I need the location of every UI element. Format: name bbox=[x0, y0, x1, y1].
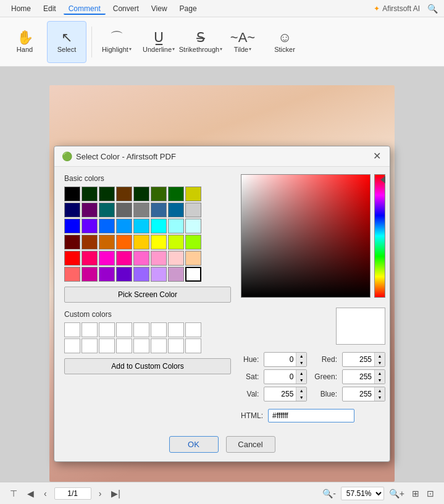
hue-input[interactable]: ▲ ▼ bbox=[264, 352, 307, 367]
cancel-button[interactable]: Cancel bbox=[226, 436, 275, 453]
basic-color-cell[interactable] bbox=[82, 267, 98, 282]
fit-width-button[interactable]: ⊞ bbox=[409, 487, 422, 500]
basic-color-cell[interactable] bbox=[151, 235, 167, 250]
basic-color-cell[interactable] bbox=[185, 203, 201, 217]
custom-color-cell[interactable] bbox=[116, 322, 132, 337]
blue-up-button[interactable]: ▲ bbox=[375, 387, 385, 394]
underline-tool-button[interactable]: U̲ Underline ▾ bbox=[139, 21, 178, 63]
hue-down-button[interactable]: ▼ bbox=[296, 359, 306, 366]
last-page-button[interactable]: ▶| bbox=[109, 487, 123, 500]
basic-color-cell[interactable] bbox=[116, 187, 132, 201]
zoom-in-button[interactable]: 🔍+ bbox=[387, 487, 407, 500]
menu-convert[interactable]: Convert bbox=[108, 2, 144, 15]
fit-page-button[interactable]: ⊡ bbox=[424, 487, 437, 500]
basic-color-cell[interactable] bbox=[99, 203, 115, 217]
sat-input[interactable]: ▲ ▼ bbox=[264, 369, 307, 384]
zoom-out-button[interactable]: 🔍- bbox=[320, 487, 338, 500]
basic-color-cell[interactable] bbox=[82, 251, 98, 266]
highlight-tool-button[interactable]: ⌒ Highlight ▾ bbox=[97, 21, 136, 63]
hue-value-field[interactable] bbox=[264, 354, 296, 365]
red-down-button[interactable]: ▼ bbox=[375, 359, 385, 366]
basic-color-cell[interactable] bbox=[64, 235, 80, 250]
val-up-button[interactable]: ▲ bbox=[296, 387, 306, 394]
custom-color-cell[interactable] bbox=[82, 338, 98, 353]
basic-color-cell[interactable] bbox=[64, 251, 80, 266]
custom-color-cell[interactable] bbox=[168, 338, 184, 353]
html-input-field[interactable] bbox=[268, 409, 354, 422]
basic-color-cell[interactable] bbox=[185, 235, 201, 250]
custom-color-cell[interactable] bbox=[151, 322, 167, 337]
basic-color-cell[interactable] bbox=[116, 235, 132, 250]
sat-value-field[interactable] bbox=[264, 371, 296, 382]
custom-color-cell[interactable] bbox=[185, 338, 201, 353]
ok-button[interactable]: OK bbox=[169, 436, 219, 453]
basic-color-cell[interactable] bbox=[133, 267, 149, 282]
basic-color-cell[interactable] bbox=[82, 219, 98, 233]
search-icon[interactable]: 🔍 bbox=[427, 4, 438, 14]
basic-color-cell[interactable] bbox=[151, 187, 167, 201]
zoom-select[interactable]: 57.51% bbox=[341, 487, 384, 500]
red-input[interactable]: ▲ ▼ bbox=[342, 352, 385, 367]
prev-page-button[interactable]: ◀ bbox=[25, 487, 36, 500]
basic-color-cell[interactable] bbox=[133, 187, 149, 201]
basic-color-cell[interactable] bbox=[151, 219, 167, 233]
basic-color-cell[interactable] bbox=[64, 267, 80, 282]
blue-down-button[interactable]: ▼ bbox=[375, 394, 385, 401]
menu-edit[interactable]: Edit bbox=[38, 2, 61, 15]
custom-color-cell[interactable] bbox=[64, 338, 80, 353]
basic-color-cell[interactable] bbox=[133, 219, 149, 233]
custom-color-cell[interactable] bbox=[64, 322, 80, 337]
green-input[interactable]: ▲ ▼ bbox=[342, 369, 385, 384]
spectrum-bar[interactable] bbox=[374, 174, 385, 298]
color-gradient-box[interactable] bbox=[241, 174, 371, 298]
basic-color-cell[interactable] bbox=[82, 187, 98, 201]
basic-color-cell[interactable] bbox=[64, 219, 80, 233]
next-button[interactable]: › bbox=[96, 487, 104, 500]
add-custom-colors-button[interactable]: Add to Custom Colors bbox=[64, 358, 231, 374]
strikethrough-tool-button[interactable]: S̶ Strikethrough ▾ bbox=[181, 21, 220, 63]
page-input[interactable] bbox=[54, 487, 91, 500]
basic-color-cell[interactable] bbox=[185, 219, 201, 233]
tilde-tool-button[interactable]: ~A~ Tilde ▾ bbox=[223, 21, 262, 63]
select-tool-button[interactable]: ↖ Select bbox=[47, 21, 86, 63]
basic-color-cell[interactable] bbox=[99, 251, 115, 266]
blue-input[interactable]: ▲ ▼ bbox=[342, 387, 385, 401]
custom-color-cell[interactable] bbox=[116, 338, 132, 353]
custom-color-cell[interactable] bbox=[99, 338, 115, 353]
green-up-button[interactable]: ▲ bbox=[375, 370, 385, 377]
red-up-button[interactable]: ▲ bbox=[375, 353, 385, 359]
pick-screen-color-button[interactable]: Pick Screen Color bbox=[64, 287, 231, 303]
hand-tool-button[interactable]: ✋ Hand bbox=[5, 21, 44, 63]
basic-color-cell[interactable] bbox=[116, 267, 132, 282]
custom-color-cell[interactable] bbox=[168, 322, 184, 337]
basic-color-cell[interactable] bbox=[99, 187, 115, 201]
val-down-button[interactable]: ▼ bbox=[296, 394, 306, 401]
basic-color-cell[interactable] bbox=[99, 235, 115, 250]
menu-view[interactable]: View bbox=[146, 2, 172, 15]
green-value-field[interactable] bbox=[343, 371, 374, 382]
custom-color-cell[interactable] bbox=[82, 322, 98, 337]
basic-color-cell[interactable] bbox=[168, 251, 184, 266]
basic-color-cell[interactable] bbox=[168, 219, 184, 233]
basic-color-cell[interactable] bbox=[168, 203, 184, 217]
basic-color-cell[interactable] bbox=[64, 203, 80, 217]
basic-color-cell[interactable] bbox=[151, 203, 167, 217]
basic-color-cell[interactable] bbox=[64, 187, 80, 201]
basic-color-cell[interactable] bbox=[168, 187, 184, 201]
blue-value-field[interactable] bbox=[343, 388, 374, 400]
custom-color-cell[interactable] bbox=[99, 322, 115, 337]
first-page-button[interactable]: ⊤ bbox=[7, 487, 20, 500]
menu-comment[interactable]: Comment bbox=[64, 2, 106, 15]
sticker-tool-button[interactable]: ☺ Sticker bbox=[265, 21, 304, 63]
basic-color-cell[interactable] bbox=[99, 219, 115, 233]
sat-up-button[interactable]: ▲ bbox=[296, 370, 306, 377]
basic-color-cell[interactable] bbox=[116, 219, 132, 233]
basic-color-cell[interactable] bbox=[133, 251, 149, 266]
basic-color-cell[interactable] bbox=[133, 203, 149, 217]
prev-button-2[interactable]: ‹ bbox=[41, 487, 49, 500]
custom-color-cell[interactable] bbox=[133, 338, 149, 353]
dialog-close-button[interactable]: ✕ bbox=[372, 151, 382, 161]
basic-color-cell[interactable] bbox=[82, 203, 98, 217]
green-down-button[interactable]: ▼ bbox=[375, 377, 385, 384]
sat-down-button[interactable]: ▼ bbox=[296, 377, 306, 384]
